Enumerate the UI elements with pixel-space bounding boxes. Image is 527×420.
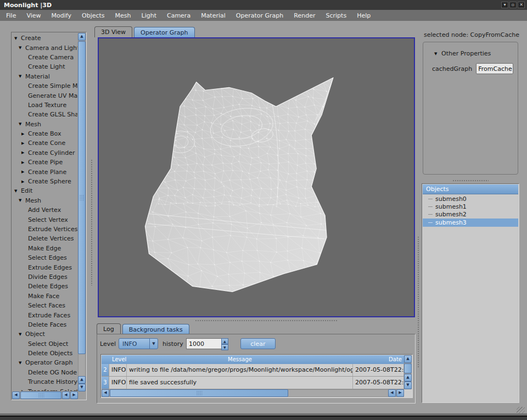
triangle-right-icon[interactable]: ▶ xyxy=(21,180,28,184)
tree-item-add-vertex[interactable]: Add Vertex xyxy=(12,205,77,215)
tree-item-create-glsl-shader[interactable]: Create GLSL Shader xyxy=(12,110,77,119)
tree-item-create-cone[interactable]: ▶Create Cone xyxy=(12,138,77,148)
spin-down-icon[interactable]: ▼ xyxy=(221,344,228,350)
menu-operator-graph[interactable]: Operator Graph xyxy=(236,12,283,19)
clear-button[interactable]: clear xyxy=(240,338,276,349)
scroll-down-icon[interactable]: ▼ xyxy=(78,384,86,391)
tree-item-make-face[interactable]: Make Face xyxy=(12,292,77,301)
tab-background-tasks[interactable]: Background tasks xyxy=(122,324,189,334)
tree-item-select-vertex[interactable]: Select Vertex xyxy=(12,215,77,224)
triangle-right-icon[interactable]: ▶ xyxy=(21,389,28,391)
history-input[interactable] xyxy=(186,338,221,349)
object-item-submesh1[interactable]: submesh1 xyxy=(423,203,518,210)
scroll-up-icon[interactable]: ▲ xyxy=(404,355,412,363)
tree-item-material[interactable]: ▼Material xyxy=(12,72,77,81)
tree-item-delete-og-node[interactable]: Delete OG Node xyxy=(12,368,77,377)
scroll-right-icon[interactable]: ▶ xyxy=(70,391,78,399)
tree-item-load-texture[interactable]: Load Texture xyxy=(12,100,77,110)
tree-item-create-simple-material[interactable]: Create Simple Material xyxy=(12,81,77,91)
titlebar[interactable]: Moonlight |3D ▾ ▫ ✕ xyxy=(0,0,527,10)
menu-scripts[interactable]: Scripts xyxy=(326,12,346,19)
menu-light[interactable]: Light xyxy=(142,12,156,19)
tree-item-make-edge[interactable]: Make Edge xyxy=(12,244,77,253)
tree-item-camera-and-light[interactable]: ▼Camera and Light xyxy=(12,43,77,52)
tree-item-select-faces[interactable]: Select Faces xyxy=(12,301,77,310)
scroll-thumb[interactable] xyxy=(110,389,288,397)
tree-item-divide-edges[interactable]: Divide Edges xyxy=(12,272,77,282)
tree-item-create-pipe[interactable]: ▶Create Pipe xyxy=(12,158,77,167)
tree-item-mesh[interactable]: ▼Mesh xyxy=(12,196,77,205)
tree-item-create-plane[interactable]: ▶Create Plane xyxy=(12,167,77,176)
tree-item-create-sphere[interactable]: ▶Create Sphere xyxy=(12,177,77,186)
tree-item-extrude-faces[interactable]: Extrude Faces xyxy=(12,310,77,320)
triangle-down-icon[interactable]: ▼ xyxy=(19,122,25,126)
level-dropdown[interactable]: INFO ▼ xyxy=(119,338,158,349)
maximize-icon[interactable]: ▫ xyxy=(509,2,517,8)
object-item-submesh2[interactable]: submesh2 xyxy=(423,211,518,219)
menu-modify[interactable]: Modify xyxy=(52,12,71,19)
menu-objects[interactable]: Objects xyxy=(82,12,105,19)
menu-help[interactable]: Help xyxy=(357,12,371,19)
menu-render[interactable]: Render xyxy=(294,12,315,19)
scroll-left-icon[interactable]: ◀ xyxy=(62,391,70,399)
log-row-2[interactable]: 2INFOwriting to file /data/home/gregor/p… xyxy=(102,364,404,377)
row-number-cell[interactable]: 2 xyxy=(102,364,109,376)
log-row-3[interactable]: 3INFOfile saved successfully2007-05-08T2… xyxy=(102,377,404,389)
menu-mesh[interactable]: Mesh xyxy=(115,12,131,19)
tree-item-create-cylinder[interactable]: ▶Create Cylinder xyxy=(12,148,77,158)
tree-item-object[interactable]: ▼Object xyxy=(12,329,77,339)
tree-item-select-edges[interactable]: Select Edges xyxy=(12,253,77,262)
close-icon[interactable]: ✕ xyxy=(518,2,525,8)
scroll-left-icon[interactable]: ◀ xyxy=(12,391,20,399)
menu-camera[interactable]: Camera xyxy=(167,12,190,19)
tree-item-delete-objects[interactable]: Delete Objects xyxy=(12,349,77,358)
message-column-header[interactable]: Message xyxy=(127,355,353,364)
table-horizontal-scrollbar[interactable]: ◀ ◀ ▶ xyxy=(102,389,404,397)
tree-item-create-light[interactable]: Create Light xyxy=(12,62,77,71)
shade-icon[interactable]: ▾ xyxy=(501,2,508,8)
cached-graph-input[interactable] xyxy=(476,63,513,74)
triangle-down-icon[interactable]: ▼ xyxy=(19,361,25,365)
scroll-down-icon[interactable]: ▼ xyxy=(404,382,412,389)
tree-item-create[interactable]: ▼Create xyxy=(12,33,77,43)
triangle-down-icon[interactable]: ▼ xyxy=(14,189,21,193)
tree-item-truncate-history[interactable]: Truncate History xyxy=(12,377,77,387)
level-column-header[interactable]: Level xyxy=(109,355,127,364)
object-item-submesh0[interactable]: submesh0 xyxy=(423,195,518,203)
triangle-right-icon[interactable]: ▶ xyxy=(21,150,28,155)
triangle-right-icon[interactable]: ▶ xyxy=(21,160,28,165)
tree-item-transform-selection[interactable]: ▶Transform Selection xyxy=(12,387,77,391)
menu-view[interactable]: View xyxy=(26,12,41,19)
triangle-down-icon[interactable]: ▼ xyxy=(14,36,21,41)
triangle-down-icon[interactable]: ▼ xyxy=(19,332,25,337)
tree-item-delete-faces[interactable]: Delete Faces xyxy=(12,320,77,329)
tree-item-mesh[interactable]: ▼Mesh xyxy=(12,120,77,129)
scroll-thumb[interactable] xyxy=(20,391,61,399)
menu-file[interactable]: File xyxy=(6,12,16,19)
scroll-thumb[interactable] xyxy=(78,41,86,354)
scroll-up-icon[interactable]: ▲ xyxy=(78,33,86,41)
tree-item-edit[interactable]: ▼Edit xyxy=(12,186,77,195)
row-number-cell[interactable]: 3 xyxy=(102,377,109,389)
menu-material[interactable]: Material xyxy=(201,12,226,19)
tab-log[interactable]: Log xyxy=(97,323,121,334)
scroll-left-icon[interactable]: ◀ xyxy=(102,389,109,397)
scroll-up-icon[interactable]: ▲ xyxy=(78,376,86,384)
scroll-right-icon[interactable]: ▶ xyxy=(396,389,404,397)
tree-item-extrude-vertices[interactable]: Extrude Vertices xyxy=(12,225,77,234)
triangle-right-icon[interactable]: ▶ xyxy=(21,132,28,136)
triangle-down-icon[interactable]: ▼ xyxy=(19,198,25,203)
date-column-header[interactable]: Date xyxy=(353,355,404,364)
tree-vertical-scrollbar[interactable]: ▲ ▲ ▼ xyxy=(78,33,86,391)
tree-horizontal-scrollbar[interactable]: ◀ ◀ ▶ xyxy=(12,391,78,399)
tab-3d-view[interactable]: 3D View xyxy=(94,26,132,37)
triangle-right-icon[interactable]: ▶ xyxy=(21,170,28,174)
tree-item-create-camera[interactable]: Create Camera xyxy=(12,53,77,62)
tree-item-select-object[interactable]: Select Object xyxy=(12,339,77,349)
tree-item-delete-edges[interactable]: Delete Edges xyxy=(12,282,77,291)
triangle-right-icon[interactable]: ▶ xyxy=(21,141,28,145)
3d-viewport[interactable] xyxy=(98,37,415,317)
scroll-thumb[interactable] xyxy=(404,363,412,373)
triangle-down-icon[interactable]: ▼ xyxy=(19,74,25,79)
tree-item-create-box[interactable]: ▶Create Box xyxy=(12,129,77,138)
